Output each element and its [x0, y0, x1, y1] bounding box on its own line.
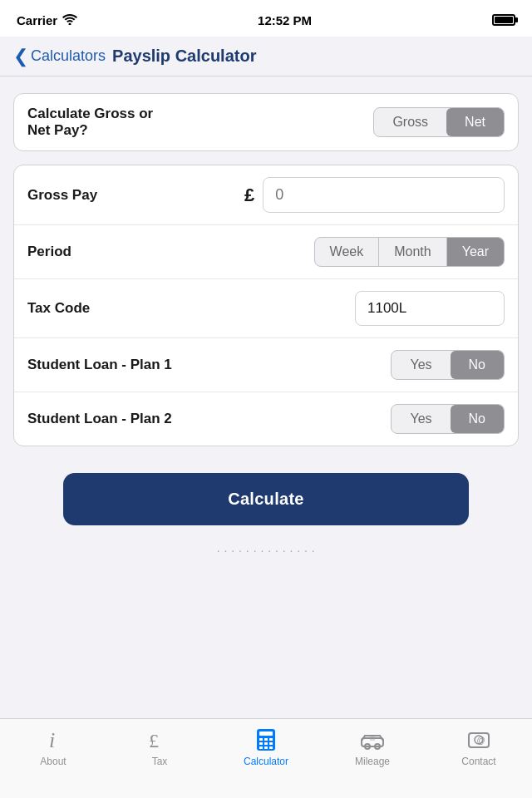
week-button[interactable]: Week [315, 238, 380, 266]
tab-tax[interactable]: £ Tax [133, 727, 186, 767]
carrier-label: Carrier [17, 13, 77, 27]
student-loan-1-yes-button[interactable]: Yes [392, 351, 450, 379]
month-button[interactable]: Month [379, 238, 446, 266]
svg-rect-7 [259, 742, 263, 745]
tab-about[interactable]: i About [27, 727, 80, 767]
svg-rect-5 [264, 738, 268, 741]
mileage-icon [360, 727, 385, 752]
student-loan-2-no-button[interactable]: No [451, 405, 504, 433]
main-content: Calculate Gross or Net Pay? Gross Net Gr… [0, 76, 532, 557]
svg-rect-3 [259, 732, 273, 736]
tab-tax-label: Tax [152, 756, 168, 767]
student-loan-1-no-button[interactable]: No [451, 351, 504, 379]
period-row: Period Week Month Year [14, 225, 518, 279]
svg-rect-11 [264, 746, 268, 749]
tab-mileage[interactable]: Mileage [346, 727, 399, 767]
gross-pay-input[interactable] [263, 177, 505, 213]
currency-symbol: £ [244, 185, 254, 206]
student-loan-2-label: Student Loan - Plan 2 [27, 411, 391, 427]
year-button[interactable]: Year [447, 238, 504, 266]
svg-rect-8 [264, 742, 268, 745]
svg-rect-16 [370, 736, 375, 741]
tab-contact-label: Contact [461, 756, 495, 767]
tab-contact[interactable]: @ Contact [452, 727, 505, 767]
gross-net-row: Calculate Gross or Net Pay? Gross Net [14, 94, 518, 150]
tab-mileage-label: Mileage [355, 756, 390, 767]
svg-rect-10 [259, 746, 263, 749]
student-loan-1-row: Student Loan - Plan 1 Yes No [14, 338, 518, 392]
student-loan-2-row: Student Loan - Plan 2 Yes No [14, 392, 518, 446]
back-chevron-icon: ❮ [13, 47, 28, 66]
page-title: Payslip Calculator [112, 47, 256, 66]
tax-code-label: Tax Code [27, 300, 355, 317]
tax-icon: £ [147, 727, 172, 752]
gross-net-card: Calculate Gross or Net Pay? Gross Net [13, 93, 519, 151]
student-loan-1-toggle[interactable]: Yes No [391, 350, 505, 380]
svg-text:£: £ [149, 730, 159, 751]
tax-code-row: Tax Code 1100L [14, 279, 518, 338]
svg-text:i: i [49, 728, 55, 752]
tab-calculator-label: Calculator [244, 756, 288, 767]
svg-rect-12 [269, 746, 273, 749]
calculate-button[interactable]: Calculate [63, 473, 469, 525]
contact-icon: @ [466, 727, 491, 752]
calculate-button-wrap: Calculate [13, 460, 519, 539]
gross-net-label: Calculate Gross or Net Pay? [27, 106, 373, 139]
partial-content-hint: · · · · · · · · · · · · · · [13, 539, 519, 557]
status-time: 12:52 PM [258, 13, 312, 27]
gross-net-toggle[interactable]: Gross Net [373, 107, 505, 137]
period-label: Period [27, 244, 314, 260]
gross-pay-row: Gross Pay £ [14, 165, 518, 225]
wifi-icon [62, 13, 77, 27]
student-loan-2-toggle[interactable]: Yes No [391, 404, 505, 434]
tax-code-input[interactable]: 1100L [355, 291, 505, 326]
svg-rect-9 [269, 742, 273, 745]
svg-rect-6 [269, 738, 273, 741]
back-button[interactable]: ❮ Calculators [13, 47, 106, 66]
student-loan-2-yes-button[interactable]: Yes [392, 405, 450, 433]
svg-text:@: @ [477, 736, 485, 745]
status-bar: Carrier 12:52 PM [0, 0, 532, 37]
student-loan-1-label: Student Loan - Plan 1 [27, 357, 391, 373]
svg-rect-4 [259, 738, 263, 741]
tab-calculator[interactable]: Calculator [239, 727, 293, 767]
period-toggle[interactable]: Week Month Year [314, 237, 505, 267]
back-label: Calculators [31, 47, 106, 65]
net-button[interactable]: Net [446, 108, 504, 136]
tab-bar: i About £ Tax Calculator [0, 718, 532, 798]
gross-button[interactable]: Gross [374, 108, 446, 136]
main-inputs-card: Gross Pay £ Period Week Month Year Tax C… [13, 165, 519, 446]
gross-pay-label: Gross Pay [27, 187, 244, 204]
about-icon: i [41, 727, 66, 752]
tab-about-label: About [40, 756, 66, 767]
calculator-icon [254, 727, 278, 752]
nav-bar: ❮ Calculators Payslip Calculator [0, 37, 532, 76]
battery-indicator [492, 14, 515, 26]
